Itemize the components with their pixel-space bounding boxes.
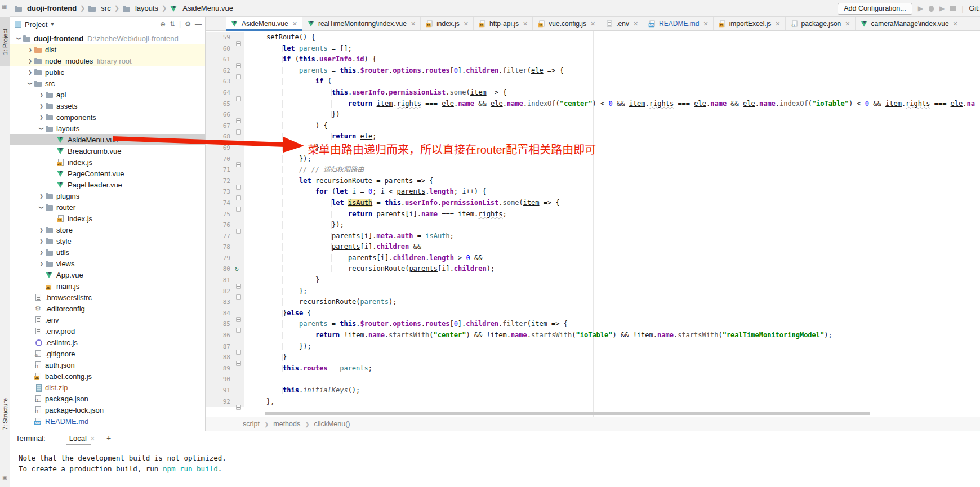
- expand-arrow-icon[interactable]: ❯: [26, 47, 34, 52]
- locate-file-icon[interactable]: ⊕: [160, 20, 166, 28]
- terminal-output[interactable]: Note that the development build is not o…: [10, 445, 980, 474]
- project-panel-title[interactable]: Project: [25, 20, 47, 29]
- close-icon[interactable]: ✕: [464, 20, 469, 28]
- run-coverage-icon[interactable]: ▶: [939, 5, 945, 12]
- tree-item-babel.config.js[interactable]: babel.config.js: [10, 370, 205, 382]
- code-line-88[interactable]: 88}: [206, 352, 980, 363]
- close-icon[interactable]: ✕: [703, 20, 708, 28]
- new-terminal-icon[interactable]: +: [106, 434, 111, 443]
- editor-tab-README.md[interactable]: README.md✕: [643, 17, 714, 30]
- code-line-75[interactable]: 75return parents[i].name === item.rights…: [206, 209, 980, 220]
- hide-panel-icon[interactable]: —: [195, 20, 202, 28]
- code-line-63[interactable]: 63if (: [206, 76, 980, 87]
- code-line-83[interactable]: 83recursionRoute(parents);: [206, 297, 980, 308]
- code-line-61[interactable]: 61if (this.userInfo.id) {: [206, 54, 980, 65]
- tree-item-node_modules[interactable]: ❯node_moduleslibrary root: [10, 55, 205, 66]
- tree-item-plugins[interactable]: ❯plugins: [10, 190, 205, 202]
- terminal-title[interactable]: Terminal:: [16, 434, 46, 443]
- tree-item-src[interactable]: ❯src: [10, 78, 205, 89]
- expand-arrow-icon[interactable]: ❯: [37, 92, 46, 97]
- expand-arrow-icon[interactable]: ❯: [37, 239, 46, 244]
- editor-tab-index.js[interactable]: index.js✕: [421, 17, 474, 30]
- breadcrumb-methods[interactable]: methods: [273, 420, 300, 428]
- tree-item-README.md[interactable]: README.md: [10, 415, 205, 427]
- tree-item-router[interactable]: ❯router: [10, 202, 205, 213]
- terminal-tab-local[interactable]: Local✕: [68, 432, 96, 444]
- editor-tab-package.json[interactable]: package.json✕: [786, 17, 856, 30]
- tree-item-.editorconfig[interactable]: .editorconfig: [10, 303, 205, 314]
- tree-item-.env[interactable]: .env: [10, 314, 205, 325]
- close-icon[interactable]: ✕: [775, 20, 780, 28]
- breadcrumb-item-AsideMenu.vue[interactable]: AsideMenu.vue: [170, 4, 233, 12]
- tree-item-App.vue[interactable]: App.vue: [10, 269, 205, 280]
- stop-icon[interactable]: [950, 6, 956, 11]
- code-line-70[interactable]: 70});: [206, 154, 980, 165]
- add-configuration-button[interactable]: Add Configuration...: [838, 3, 912, 15]
- expand-arrow-icon[interactable]: ❯: [37, 104, 46, 109]
- tree-item-duoji-frontend[interactable]: ❯duoji-frontendD:\zheheWeb\duoji-fronten…: [10, 33, 205, 44]
- collapse-arrow-icon[interactable]: ❯: [28, 79, 33, 88]
- editor-tab-.env[interactable]: .env✕: [600, 17, 643, 30]
- panel-splitter[interactable]: [205, 17, 206, 431]
- tree-item-dist.zip[interactable]: dist.zip: [10, 382, 205, 393]
- code-line-85[interactable]: 85parents = this.$router.options.routes[…: [206, 319, 980, 330]
- code-line-66[interactable]: 66}): [206, 109, 980, 120]
- chevron-down-icon[interactable]: ▼: [50, 21, 55, 27]
- breadcrumb-item-layouts[interactable]: layouts: [123, 4, 158, 12]
- code-line-92[interactable]: 92},: [206, 396, 980, 408]
- tree-item-.browserslistrc[interactable]: .browserslistrc: [10, 292, 205, 303]
- code-line-64[interactable]: 64this.userInfo.permissionList.some(item…: [206, 87, 980, 99]
- close-icon[interactable]: ✕: [90, 435, 95, 442]
- collapse-all-icon[interactable]: ⇅: [170, 20, 175, 28]
- tree-item-.gitignore[interactable]: .gitignore: [10, 348, 205, 359]
- code-line-77[interactable]: 77parents[i].meta.auth = isAuth;: [206, 231, 980, 242]
- toolwindow-button-structure[interactable]: 7: Structure: [0, 381, 10, 447]
- close-icon[interactable]: ✕: [633, 20, 638, 28]
- code-line-72[interactable]: 72let recursionRoute = parents => {: [206, 176, 980, 187]
- code-line-67[interactable]: 67) {: [206, 120, 980, 132]
- code-line-59[interactable]: 59setRoute() {: [206, 32, 980, 43]
- expand-arrow-icon[interactable]: ❯: [26, 59, 34, 64]
- collapse-arrow-icon[interactable]: ❯: [39, 203, 44, 212]
- expand-arrow-icon[interactable]: ❯: [37, 194, 46, 199]
- editor-tab-http-api.js[interactable]: http-api.js✕: [474, 17, 533, 30]
- tree-item-assets[interactable]: ❯assets: [10, 100, 205, 111]
- code-line-90[interactable]: 90: [206, 374, 980, 385]
- tree-item-views[interactable]: ❯views: [10, 258, 205, 269]
- close-icon[interactable]: ✕: [411, 20, 416, 28]
- code-line-86[interactable]: 86return !item.name.startsWith("center")…: [206, 330, 980, 341]
- toolwindow-misc-icon[interactable]: ▣: [2, 475, 7, 480]
- expand-arrow-icon[interactable]: ❯: [37, 227, 46, 233]
- code-line-71[interactable]: 71// // 递归权限路由: [206, 164, 980, 176]
- code-line-74[interactable]: 74let isAuth = this.userInfo.permissionL…: [206, 198, 980, 209]
- code-line-82[interactable]: 82};: [206, 286, 980, 297]
- code-line-81[interactable]: 81}: [206, 275, 980, 286]
- tree-item-package.json[interactable]: package.json: [10, 393, 205, 404]
- editor-tab-realTimeMonitoring\index.vue[interactable]: realTimeMonitoring\index.vue✕: [302, 17, 421, 30]
- tree-item-Breadcrumb.vue[interactable]: Breadcrumb.vue: [10, 145, 205, 157]
- horizontal-scrollbar[interactable]: [265, 412, 870, 415]
- tree-item-auth.json[interactable]: auth.json: [10, 359, 205, 370]
- tree-item-dist[interactable]: ❯dist: [10, 44, 205, 55]
- breadcrumb-script[interactable]: script: [243, 420, 260, 428]
- code-line-69[interactable]: 69}: [206, 142, 980, 154]
- tree-item-PageContent.vue[interactable]: PageContent.vue: [10, 168, 205, 179]
- toolwindow-button-project[interactable]: 1: Project: [0, 17, 10, 66]
- tree-item-AsideMenu.vue[interactable]: AsideMenu.vue: [10, 134, 205, 145]
- close-icon[interactable]: ✕: [523, 20, 528, 28]
- breadcrumb-clickmenu[interactable]: clickMenu(): [314, 420, 350, 428]
- code-line-60[interactable]: 60let parents = [];: [206, 43, 980, 55]
- code-line-87[interactable]: 87});: [206, 341, 980, 352]
- code-line-78[interactable]: 78parents[i].children &&: [206, 242, 980, 253]
- editor-tab-vue.config.js[interactable]: vue.config.js✕: [533, 17, 600, 30]
- breadcrumb-item-duoji-frontend[interactable]: duoji-frontend: [15, 4, 77, 12]
- tree-item-.env.prod[interactable]: .env.prod: [10, 325, 205, 337]
- code-line-62[interactable]: 62parents = this.$router.options.routes[…: [206, 65, 980, 77]
- tree-item-style[interactable]: ❯style: [10, 235, 205, 247]
- expand-arrow-icon[interactable]: ❯: [37, 115, 46, 120]
- close-icon[interactable]: ✕: [590, 20, 595, 28]
- git-branch-label[interactable]: Git:: [969, 5, 980, 12]
- editor-tab-importExcel.js[interactable]: importExcel.js✕: [714, 17, 786, 30]
- code-editor[interactable]: 59setRoute() {60let parents = [];61if (t…: [206, 31, 980, 417]
- code-line-68[interactable]: 68return ele;: [206, 131, 980, 142]
